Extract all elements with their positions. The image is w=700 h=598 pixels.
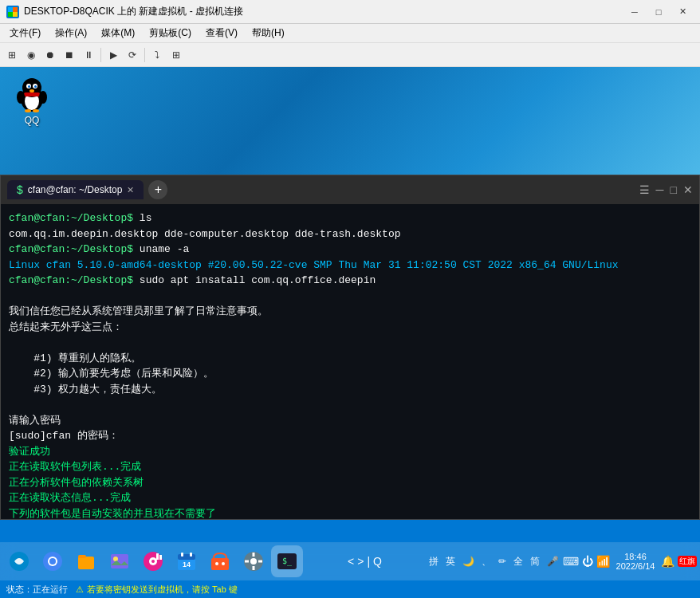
taskbar-search-icon[interactable]: | [367,555,370,568]
svg-rect-14 [24,92,40,96]
svg-point-24 [113,557,118,561]
tray-network[interactable]: 📶 [596,555,610,568]
toolbar-btn-7[interactable]: ⟳ [124,46,141,64]
ime-full[interactable]: 全 [511,553,525,570]
close-button[interactable]: ✕ [671,4,694,20]
terminal-analyzing-deps: 正在分析软件包的依赖关系树 [9,475,691,491]
terminal-menu-icon[interactable]: ☰ [639,183,650,196]
menu-action[interactable]: 操作(A) [49,25,93,41]
clock-time[interactable]: 18:46 [624,552,647,561]
terminal-maximize-icon[interactable]: □ [671,183,677,196]
taskbar-search-btn[interactable]: Q [373,555,382,568]
svg-rect-0 [8,7,13,12]
svg-point-27 [151,560,155,563]
svg-rect-31 [178,554,195,560]
minimize-button[interactable]: ─ [623,4,646,20]
taskbar-music[interactable] [137,545,169,577]
toolbar-btn-4[interactable]: ⏹ [61,46,78,64]
terminal-window: $ cfan@cfan: ~/Desktop ✕ + ☰ ─ □ ✕ cfan@… [0,175,700,520]
toolbar-btn-9[interactable]: ⊞ [167,46,185,64]
terminal-tab-close[interactable]: ✕ [127,185,134,195]
menu-file[interactable]: 文件(F) [3,25,47,41]
toolbar-btn-6[interactable]: ▶ [104,46,122,64]
taskbar-deepin-logo[interactable] [3,545,35,577]
terminal-tab[interactable]: $ cfan@cfan: ~/Desktop ✕ [7,180,144,199]
terminal-rule-2: #2) 输入前要先考虑（后果和风险）。 [9,366,691,382]
svg-point-13 [33,109,39,112]
toolbar-separator-2 [144,48,145,62]
toolbar-btn-1[interactable]: ⊞ [3,46,21,64]
ime-section: 拼 英 🌙 、 ✏ 全 简 🎤 [427,553,561,570]
menu-view[interactable]: 查看(V) [199,25,244,41]
taskbar-settings[interactable] [238,545,269,577]
ime-english[interactable]: 英 [443,553,458,570]
terminal-blank-2 [9,335,691,351]
svg-rect-32 [181,553,183,557]
menu-bar: 文件(F) 操作(A) 媒体(M) 剪贴板(C) 查看(V) 帮助(H) [0,24,700,43]
svg-point-16 [39,91,47,104]
terminal-sudo-msg-1: 我们信任您已经从系统管理员那里了解了日常注意事项。 [9,304,691,320]
terminal-rule-3: #3) 权力越大，责任越大。 [9,382,691,398]
toolbar-btn-2[interactable]: ◉ [22,46,40,64]
status-warning: ⚠ 若要将密钥发送到虚拟机，请按 Tab 键 [76,584,238,596]
toolbar-btn-3[interactable]: ⏺ [41,46,59,64]
terminal-add-tab[interactable]: + [148,180,167,199]
svg-rect-3 [13,12,18,17]
ime-pinyin[interactable]: 拼 [427,553,441,570]
taskbar-browser[interactable] [37,545,69,577]
menu-help[interactable]: 帮助(H) [246,25,291,41]
terminal-line-3: cfan@cfan:~/Desktop$ uname -a [9,242,691,258]
taskbar-nav-left[interactable]: < [348,555,354,568]
taskbar-calendar[interactable]: 14 [171,545,203,577]
clock-date: 2022/6/14 [616,561,655,571]
terminal-sudo-password: [sudo]cfan 的密码： [9,428,691,444]
svg-point-37 [222,562,225,565]
title-bar: DESKTOP-D8QACIK 上的 新建虚拟机 - 虚拟机连接 ─ □ ✕ [0,0,700,24]
desktop-area: QQ [0,67,700,175]
svg-text:$_: $_ [282,557,293,566]
tray-power[interactable]: ⏻ [582,555,593,568]
taskbar-store[interactable] [204,545,236,577]
svg-rect-21 [78,557,94,569]
ime-pen[interactable]: ✏ [496,554,509,568]
maximize-button[interactable]: □ [647,4,670,20]
tray-keyboard[interactable]: ⌨ [563,555,579,568]
ime-punct[interactable]: 、 [479,553,494,570]
terminal-reading-status: 正在读取状态信息...完成 [9,490,691,506]
menu-media[interactable]: 媒体(M) [95,25,141,41]
toolbar-separator-1 [100,48,101,62]
ime-moon[interactable]: 🌙 [460,554,477,568]
terminal-title-bar: $ cfan@cfan: ~/Desktop ✕ + ☰ ─ □ ✕ [1,175,699,204]
svg-rect-35 [211,558,229,570]
ime-voice[interactable]: 🎤 [545,554,561,568]
tray-notification[interactable]: 🔔 [661,555,674,568]
svg-point-15 [17,91,25,104]
taskbar-files[interactable] [70,545,102,577]
terminal-auth-success: 验证成功 [9,444,691,460]
menu-clipboard[interactable]: 剪贴板(C) [143,25,198,41]
terminal-line-4: Linux cfan 5.10.0-amd64-desktop #20.00.5… [9,258,691,273]
svg-point-10 [34,85,37,88]
taskbar-terminal[interactable]: $_ [271,545,303,577]
terminal-password-prompt: 请输入密码 [9,413,691,429]
ime-simplified[interactable]: 简 [528,553,542,570]
terminal-body[interactable]: cfan@cfan:~/Desktop$ ls com.qq.im.deepin… [1,204,699,519]
svg-rect-1 [13,7,18,12]
status-running: 状态：正在运行 [6,584,68,596]
terminal-tab-icon: $ [17,183,23,196]
toolbar-btn-8[interactable]: ⤵ [148,46,166,64]
terminal-rule-1: #1) 尊重别人的隐私。 [9,351,691,367]
svg-point-12 [25,109,31,112]
toolbar-btn-5[interactable]: ⏸ [80,46,97,64]
terminal-close-icon[interactable]: ✕ [683,183,693,196]
svg-rect-2 [8,12,13,17]
qq-desktop-icon[interactable]: QQ [8,75,56,126]
svg-rect-42 [245,561,249,563]
taskbar-nav-right[interactable]: > [357,555,364,568]
svg-rect-33 [190,553,192,557]
terminal-minimize-icon[interactable]: ─ [656,183,664,196]
taskbar-image-viewer[interactable] [104,545,136,577]
terminal-auto-install: 下列的软件包是自动安装的并且现在不需要了 [9,506,691,520]
toolbar: ⊞ ◉ ⏺ ⏹ ⏸ ▶ ⟳ ⤵ ⊞ [0,43,700,67]
terminal-line-5: cfan@cfan:~/Desktop$ sudo apt insatall c… [9,273,691,289]
